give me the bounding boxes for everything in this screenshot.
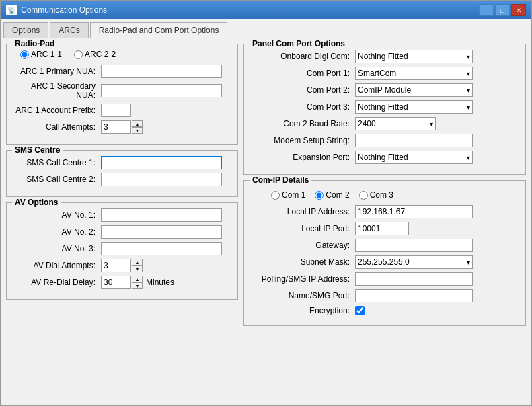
com-port-1-select[interactable]: Nothing Fitted SmartCom ComIP Module	[355, 67, 473, 80]
av-redial-delay-up[interactable]: ▲	[132, 276, 143, 282]
name-smg-port-row: Name/SMG Port:	[251, 289, 519, 302]
local-ip-address-label: Local IP Address:	[251, 207, 355, 216]
subnet-mask-row: Subnet Mask: 255.255.255.0 255.255.0.0 2…	[251, 255, 519, 269]
local-ip-address-input[interactable]	[355, 205, 473, 218]
com-port-2-row: Com Port 2: Nothing Fitted SmartCom ComI…	[251, 83, 519, 97]
arc2-radio-label[interactable]: ARC 2 2	[74, 50, 116, 59]
arc-radio-row: ARC 1 1 ARC 2 2	[20, 50, 231, 59]
com1-radio-label[interactable]: Com 1	[271, 190, 305, 200]
panel-com-port-label: Panel Com Port Options	[250, 39, 348, 48]
minimize-button[interactable]: —	[479, 4, 494, 16]
com-port-3-select[interactable]: Nothing Fitted SmartCom ComIP Module	[355, 100, 473, 114]
modem-setup-string-label: Modem Setup String:	[251, 136, 355, 145]
arc1-secondary-nua-input[interactable]	[101, 84, 222, 97]
com-port-2-select[interactable]: Nothing Fitted SmartCom ComIP Module	[355, 83, 473, 97]
arc1-primary-nua-input[interactable]	[101, 65, 222, 78]
av-no-1-input[interactable]	[101, 208, 222, 222]
gateway-row: Gateway:	[251, 239, 519, 252]
com-port-3-wrapper: Nothing Fitted SmartCom ComIP Module	[355, 100, 473, 114]
arc1-radio[interactable]	[20, 50, 29, 59]
com3-radio-label[interactable]: Com 3	[359, 190, 393, 200]
call-attempts-label: Call Attempts:	[13, 122, 101, 132]
expansion-port-wrapper: Nothing Fitted SmartCom ComIP Module	[355, 151, 473, 164]
com-port-2-wrapper: Nothing Fitted SmartCom ComIP Module	[355, 83, 473, 97]
polling-smg-ip-input[interactable]	[355, 272, 473, 286]
com-ip-details-group: Com-IP Details Com 1 Com 2 Com 3 Local I…	[243, 180, 526, 326]
sms-centre-group: SMS Centre SMS Call Centre 1: SMS Call C…	[6, 150, 238, 197]
modem-setup-string-row: Modem Setup String:	[251, 134, 519, 147]
local-ip-address-row: Local IP Address:	[251, 205, 519, 218]
sms-call-centre-2-input[interactable]	[101, 173, 222, 186]
modem-setup-string-input[interactable]	[355, 134, 473, 147]
com2-radio[interactable]	[315, 191, 324, 200]
tab-arcs[interactable]: ARCs	[50, 22, 88, 38]
arc1-account-prefix-input[interactable]	[101, 104, 131, 117]
title-bar: 📡 Communication Options — □ ✕	[1, 1, 531, 19]
name-smg-port-label: Name/SMG Port:	[251, 291, 355, 300]
onboard-digi-com-wrapper: Nothing Fitted SmartCom ComIP Module	[355, 50, 473, 63]
com-ip-details-label: Com-IP Details	[250, 175, 311, 185]
arc2-radio[interactable]	[74, 50, 83, 59]
av-no-3-input[interactable]	[101, 242, 222, 255]
call-attempts-up[interactable]: ▲	[132, 120, 143, 127]
local-ip-port-row: Local IP Port:	[251, 222, 519, 235]
av-options-group: AV Options AV No. 1: AV No. 2: AV No. 3:…	[6, 202, 238, 300]
subnet-mask-select[interactable]: 255.255.255.0 255.255.0.0 255.0.0.0	[355, 255, 473, 269]
maximize-button[interactable]: □	[495, 4, 510, 16]
av-no-2-row: AV No. 2:	[13, 225, 231, 239]
arc1-radio-label[interactable]: ARC 1 1	[20, 50, 62, 59]
com-2-baud-rate-row: Com 2 Baud Rate: 1200 2400 4800 9600	[251, 117, 519, 130]
encryption-row: Encryption:	[251, 306, 519, 315]
av-redial-delay-down[interactable]: ▼	[132, 282, 143, 289]
tab-options[interactable]: Options	[3, 22, 48, 38]
expansion-port-select[interactable]: Nothing Fitted SmartCom ComIP Module	[355, 151, 473, 164]
av-dial-attempts-input[interactable]	[101, 259, 131, 272]
av-no-3-row: AV No. 3:	[13, 242, 231, 255]
window-title: Communication Options	[21, 5, 107, 15]
local-ip-port-input[interactable]	[355, 222, 409, 235]
arc1-label: ARC 1	[31, 50, 54, 59]
com2-radio-label[interactable]: Com 2	[315, 190, 349, 200]
av-no-3-label: AV No. 3:	[13, 244, 101, 253]
av-dial-attempts-up[interactable]: ▲	[132, 259, 143, 266]
av-redial-delay-label: AV Re-Dial Delay:	[13, 278, 101, 287]
name-smg-port-input[interactable]	[355, 289, 473, 302]
arc1-secondary-nua-row: ARC 1 Secondary NUA:	[13, 81, 231, 100]
arc1-secondary-nua-label: ARC 1 Secondary NUA:	[13, 81, 101, 100]
com-2-baud-rate-select[interactable]: 1200 2400 4800 9600	[355, 117, 436, 130]
av-no-1-label: AV No. 1:	[13, 210, 101, 220]
com1-radio[interactable]	[271, 191, 280, 200]
panel-com-port-group: Panel Com Port Options Onboard Digi Com:…	[243, 44, 526, 175]
sms-call-centre-1-input[interactable]	[101, 156, 222, 169]
left-panel: Radio-Pad ARC 1 1 ARC 2 2 ARC 1 Primary …	[6, 44, 238, 400]
call-attempts-input[interactable]	[101, 120, 131, 134]
av-no-2-input[interactable]	[101, 225, 222, 239]
call-attempts-down[interactable]: ▼	[132, 127, 143, 134]
com-ip-radio-group: Com 1 Com 2 Com 3	[271, 190, 519, 200]
polling-smg-ip-row: Polling/SMG IP Address:	[251, 272, 519, 286]
com-port-3-row: Com Port 3: Nothing Fitted SmartCom ComI…	[251, 100, 519, 114]
window-icon: 📡	[6, 5, 17, 15]
encryption-checkbox[interactable]	[355, 306, 365, 315]
av-dial-attempts-row: AV Dial Attempts: ▲ ▼	[13, 259, 231, 272]
av-redial-delay-row: AV Re-Dial Delay: ▲ ▼ Minutes	[13, 276, 231, 289]
local-ip-port-label: Local IP Port:	[251, 224, 355, 233]
onboard-digi-com-label: Onboard Digi Com:	[251, 52, 355, 61]
av-redial-delay-input[interactable]	[101, 276, 131, 289]
av-no-1-row: AV No. 1:	[13, 208, 231, 222]
gateway-input[interactable]	[355, 239, 473, 252]
arc1-account-prefix-row: ARC 1 Account Prefix:	[13, 104, 231, 117]
sms-call-centre-2-label: SMS Call Centre 2:	[13, 175, 101, 184]
gateway-label: Gateway:	[251, 241, 355, 250]
onboard-digi-com-select[interactable]: Nothing Fitted SmartCom ComIP Module	[355, 50, 473, 63]
radio-pad-label: Radio-Pad	[12, 39, 57, 48]
sms-call-centre-2-row: SMS Call Centre 2:	[13, 173, 231, 186]
av-no-2-label: AV No. 2:	[13, 227, 101, 237]
sms-call-centre-1-label: SMS Call Centre 1:	[13, 158, 101, 167]
arc2-label: ARC 2	[85, 50, 108, 59]
tab-radio-pad[interactable]: Radio-Pad and Com Port Options	[90, 22, 228, 38]
av-dial-attempts-down[interactable]: ▼	[132, 266, 143, 272]
com3-radio[interactable]	[359, 191, 368, 200]
close-button[interactable]: ✕	[511, 4, 526, 16]
arc1-primary-nua-label: ARC 1 Primary NUA:	[13, 67, 101, 76]
